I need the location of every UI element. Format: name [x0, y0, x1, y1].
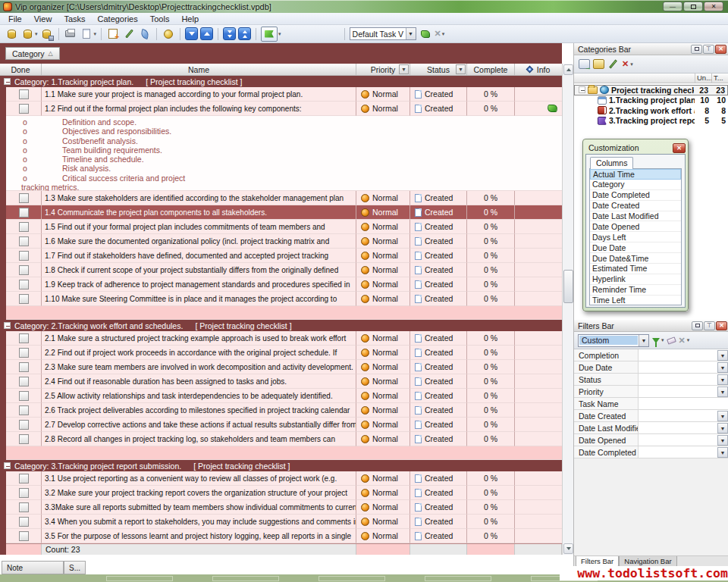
done-checkbox[interactable] [19, 391, 29, 401]
category-group-row[interactable]: Category: 3.Tracking project report subm… [0, 460, 562, 471]
task-name-cell[interactable]: 2.2 Find out if project work proceeds in… [42, 346, 356, 360]
priority-filter-icon[interactable]: ▼ [399, 64, 409, 74]
task-name-cell[interactable]: 2.1 Make sure a structured project track… [42, 331, 356, 346]
task-name-cell[interactable]: 2.4 Find out if reasonable duration has … [42, 374, 356, 389]
task-row[interactable]: 3.2 Make sure your project tracking repo… [6, 486, 562, 500]
filter-dropdown-icon[interactable]: ▼ [717, 362, 728, 373]
column-option[interactable]: Actual Time [590, 169, 681, 180]
task-row[interactable]: 1.8 Check if current scope of your proje… [6, 263, 562, 277]
scroll-down-icon[interactable] [563, 543, 573, 554]
filter-preset-combobox[interactable]: Custom ▼ [578, 334, 649, 347]
column-header-status[interactable]: Status ▼ [410, 64, 467, 75]
done-checkbox[interactable] [19, 420, 29, 430]
collapse-icon[interactable] [4, 78, 11, 85]
menu-tools[interactable]: Tools [145, 14, 175, 24]
task-name-cell[interactable]: 1.5 Find out if your formal project plan… [42, 220, 356, 234]
column-option[interactable]: Hyperlink [590, 274, 681, 285]
filter-value-field[interactable] [639, 446, 717, 458]
task-name-cell[interactable]: 1.7 Find out if stakeholders have define… [42, 249, 356, 263]
filter-dropdown-icon[interactable]: ▼ [717, 386, 728, 397]
column-option[interactable]: Date Completed [590, 190, 681, 201]
done-checkbox[interactable] [19, 193, 29, 203]
minimize-button[interactable]: — [663, 2, 682, 11]
done-checkbox[interactable] [19, 362, 29, 372]
task-name-cell[interactable]: 2.7 Develop corrective actions and take … [42, 418, 356, 432]
tree-item[interactable]: 1.Tracking project plan.1010 [574, 95, 728, 106]
task-row[interactable]: 2.7 Develop corrective actions and take … [6, 418, 562, 432]
task-row[interactable]: 2.8 Record all changes in project tracki… [6, 432, 562, 446]
task-row[interactable]: 1.1 Make sure your project is managed ac… [6, 87, 562, 102]
task-name-cell[interactable]: 1.6 Make sure the documented organizatio… [42, 234, 356, 249]
task-name-cell[interactable]: 3.1 Use project reporting as a convenien… [42, 471, 356, 486]
task-name-cell[interactable]: 2.5 Allow activity relationships and tas… [42, 389, 356, 403]
filter-preset-dropdown-icon[interactable]: ▼ [639, 335, 648, 346]
scrollbar-thumb[interactable] [563, 270, 573, 303]
column-header-priority[interactable]: Priority ▼ [356, 64, 410, 75]
task-name-cell[interactable]: 3.4 When you submit a report to stakehol… [42, 515, 356, 529]
task-row[interactable]: 1.5 Find out if your formal project plan… [6, 220, 562, 234]
collapse-icon[interactable] [4, 322, 11, 329]
filter-value-field[interactable] [639, 386, 717, 397]
done-checkbox[interactable] [19, 474, 29, 483]
tree-item[interactable]: 3.Tracking project report55 [574, 116, 728, 127]
open-database-icon[interactable] [20, 27, 34, 41]
task-info-icon[interactable] [547, 105, 557, 112]
group-by-category-button[interactable]: Category △ [5, 47, 60, 60]
categories-restore-icon[interactable] [691, 45, 702, 54]
done-checkbox[interactable] [19, 517, 29, 527]
menu-tasks[interactable]: Tasks [58, 14, 90, 24]
view-flag-icon[interactable] [261, 27, 278, 42]
category-group-row[interactable]: Category: 1.Tracking project plan.[ Proj… [0, 76, 562, 87]
menu-help[interactable]: Help [176, 14, 204, 24]
edit-category-icon[interactable] [609, 60, 617, 69]
column-option[interactable]: Reminder Time [590, 285, 681, 296]
edit-task-icon[interactable] [122, 27, 136, 41]
task-row[interactable]: 1.2 Find out if the formal project plan … [6, 102, 562, 116]
done-checkbox[interactable] [19, 251, 29, 261]
column-option[interactable]: Due Date [590, 242, 681, 253]
status-filter-icon[interactable]: ▼ [456, 64, 466, 74]
done-checkbox[interactable] [19, 208, 29, 217]
task-row[interactable]: 1.10 Make sure Steering Committee is in … [6, 292, 562, 306]
filter-dropdown-icon[interactable]: ▼ [717, 374, 728, 385]
filter-dropdown-icon[interactable]: ▼ [717, 447, 728, 458]
done-checkbox[interactable] [19, 405, 29, 415]
menu-categories[interactable]: Categories [93, 14, 143, 24]
task-row[interactable]: 2.1 Make sure a structured project track… [6, 331, 562, 346]
filter-dropdown-icon[interactable]: ▼ [717, 423, 728, 433]
tree-item[interactable]: 2.Tracking work effort and88 [574, 105, 728, 116]
task-name-cell[interactable]: 3.3Make sure all reports submitted by te… [42, 500, 356, 515]
close-button[interactable]: ✕ [704, 2, 723, 11]
task-name-cell[interactable]: 1.1 Make sure your project is managed ac… [42, 87, 356, 102]
task-name-cell[interactable]: 1.4 Communicate the project plan compone… [42, 205, 356, 220]
new-subcategory-icon[interactable] [593, 59, 604, 69]
toolbar-overflow-icon[interactable]: ▾ [442, 31, 445, 37]
task-row[interactable]: 3.1 Use project reporting as a convenien… [6, 471, 562, 486]
task-row[interactable]: 1.7 Find out if stakeholders have define… [6, 249, 562, 263]
print-icon[interactable] [64, 27, 77, 41]
column-option[interactable]: Date Last Modified [590, 211, 681, 222]
complete-task-icon[interactable] [162, 27, 175, 41]
move-top-icon[interactable] [238, 27, 251, 40]
done-checkbox[interactable] [19, 89, 29, 99]
categories-pin-icon[interactable]: ⊤ [703, 45, 714, 54]
move-up-icon[interactable] [200, 27, 213, 40]
task-row[interactable]: 1.3 Make sure stakeholders are identifie… [6, 191, 562, 205]
open-database-dropdown-icon[interactable]: ▾ [35, 31, 38, 37]
done-checkbox[interactable] [19, 236, 29, 246]
task-row[interactable]: 2.5 Allow activity relationships and tas… [6, 389, 562, 403]
done-checkbox[interactable] [19, 488, 29, 498]
task-name-cell[interactable]: 2.8 Record all changes in project tracki… [42, 432, 356, 446]
clear-filter-icon[interactable] [667, 336, 676, 344]
column-option[interactable]: Date Opened [590, 221, 681, 232]
save-database-icon[interactable] [40, 27, 54, 41]
tree-item[interactable]: Project tracking checklist2323 [574, 85, 728, 95]
done-checkbox[interactable] [19, 377, 29, 386]
task-name-cell[interactable]: 3.5 For the purpose of lessons learnt an… [42, 529, 356, 543]
task-view-combobox[interactable]: Default Task V ▼ [350, 27, 416, 40]
tree-collapse-icon[interactable] [579, 86, 585, 93]
categories-close-icon[interactable]: ✕ [715, 45, 726, 54]
customization-close-icon[interactable]: ✕ [673, 143, 686, 153]
task-view-dropdown-icon[interactable]: ▼ [406, 28, 416, 39]
done-checkbox[interactable] [19, 502, 29, 512]
